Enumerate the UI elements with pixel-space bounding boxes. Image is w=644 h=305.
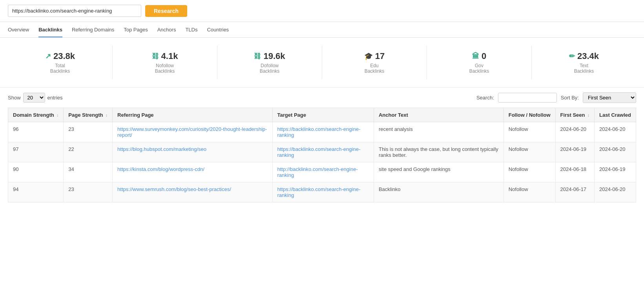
research-button[interactable]: Research xyxy=(145,5,187,17)
cell-anchor-text-3: Backlinko xyxy=(374,182,504,202)
cell-page-strength-2: 34 xyxy=(64,162,113,182)
table-wrapper: Domain Strength ↕Page Strength ↕Referrin… xyxy=(0,108,644,210)
tab-tlds[interactable]: TLDs xyxy=(185,22,197,37)
search-label: Search: xyxy=(476,95,494,101)
sort-arrow-page-strength: ↕ xyxy=(106,113,108,118)
referring-page-link-3[interactable]: https://www.semrush.com/blog/seo-best-pr… xyxy=(117,186,231,192)
target-page-link-0[interactable]: https://backlinko.com/search-engine-rank… xyxy=(277,126,361,138)
cell-last-crawled-0: 2024-06-20 xyxy=(595,122,636,142)
sort-select[interactable]: First SeenLast CrawledDomain StrengthPag… xyxy=(583,92,636,103)
th-target-page: Target Page xyxy=(272,108,374,122)
stat-number-dofollow-backlinks: 19.6k xyxy=(263,51,285,61)
cell-last-crawled-1: 2024-06-20 xyxy=(595,142,636,162)
entries-label: entries xyxy=(47,95,63,101)
header-row: Domain Strength ↕Page Strength ↕Referrin… xyxy=(8,108,636,122)
stat-card-edu-backlinks: 🎓 17 EduBacklinks xyxy=(322,46,427,79)
stat-label-text-backlinks: TextBacklinks xyxy=(574,63,594,74)
stat-number-gov-backlinks: 0 xyxy=(482,51,486,61)
cell-target-page-1[interactable]: https://backlinko.com/search-engine-rank… xyxy=(272,142,374,162)
table-row: 94 23 https://www.semrush.com/blog/seo-b… xyxy=(8,182,636,202)
stat-card-total-backlinks: ↗ 23.8k TotalBacklinks xyxy=(8,46,113,79)
table-row: 97 22 https://blog.hubspot.com/marketing… xyxy=(8,142,636,162)
cell-first-seen-1: 2024-06-19 xyxy=(555,142,594,162)
cell-target-page-2[interactable]: http://backlinko.com/search-engine-ranki… xyxy=(272,162,374,182)
table-row: 90 34 https://kinsta.com/blog/wordpress-… xyxy=(8,162,636,182)
table-body: 96 23 https://www.surveymonkey.com/curio… xyxy=(8,122,636,202)
cell-domain-strength-0: 96 xyxy=(8,122,64,142)
stat-icon-gov-backlinks: 🏛 xyxy=(472,52,479,61)
sort-arrow-first-seen: ↕ xyxy=(587,113,589,118)
target-page-link-1[interactable]: https://backlinko.com/search-engine-rank… xyxy=(277,146,361,158)
cell-anchor-text-1: This is not always the case, but long co… xyxy=(374,142,504,162)
th-anchor-text: Anchor Text xyxy=(374,108,504,122)
search-input[interactable] xyxy=(498,93,557,103)
cell-target-page-3[interactable]: https://backlinko.com/search-engine-rank… xyxy=(272,182,374,202)
stat-number-text-backlinks: 23.4k xyxy=(577,51,599,61)
stat-label-dofollow-backlinks: DofollowBacklinks xyxy=(260,63,280,74)
stat-card-dofollow-backlinks: ⛓ 19.6k DofollowBacklinks xyxy=(217,46,322,79)
tab-referring-domains[interactable]: Referring Domains xyxy=(72,22,114,37)
cell-follow-nofollow-2: Nofollow xyxy=(504,162,555,182)
stat-label-gov-backlinks: GovBacklinks xyxy=(469,63,489,74)
cell-referring-page-0[interactable]: https://www.surveymonkey.com/curiosity/2… xyxy=(113,122,272,142)
cell-target-page-0[interactable]: https://backlinko.com/search-engine-rank… xyxy=(272,122,374,142)
th-first-seen[interactable]: First Seen ↕ xyxy=(555,108,594,122)
sort-label: Sort By: xyxy=(561,95,579,101)
referring-page-link-0[interactable]: https://www.surveymonkey.com/curiosity/2… xyxy=(117,126,267,138)
stat-label-edu-backlinks: EduBacklinks xyxy=(365,63,385,74)
show-label: Show xyxy=(8,95,21,101)
stat-label-nofollow-backlinks: NofollowBacklinks xyxy=(155,63,175,74)
cell-page-strength-1: 22 xyxy=(64,142,113,162)
referring-page-link-2[interactable]: https://kinsta.com/blog/wordpress-cdn/ xyxy=(117,166,204,172)
th-page-strength[interactable]: Page Strength ↕ xyxy=(64,108,113,122)
stat-number-nofollow-backlinks: 4.1k xyxy=(161,51,178,61)
cell-first-seen-3: 2024-06-17 xyxy=(555,182,594,202)
cell-referring-page-2[interactable]: https://kinsta.com/blog/wordpress-cdn/ xyxy=(113,162,272,182)
th-domain-strength[interactable]: Domain Strength ↕ xyxy=(8,108,64,122)
entries-select[interactable]: 102050100 xyxy=(23,93,45,103)
cell-last-crawled-2: 2024-06-19 xyxy=(595,162,636,182)
cell-referring-page-1[interactable]: https://blog.hubspot.com/marketing/seo xyxy=(113,142,272,162)
cell-domain-strength-2: 90 xyxy=(8,162,64,182)
stat-icon-edu-backlinks: 🎓 xyxy=(364,52,373,61)
cell-follow-nofollow-0: Nofollow xyxy=(504,122,555,142)
tab-countries[interactable]: Countries xyxy=(207,22,229,37)
top-bar: Research xyxy=(0,0,644,22)
stat-card-gov-backlinks: 🏛 0 GovBacklinks xyxy=(427,46,532,79)
tab-overview[interactable]: Overview xyxy=(8,22,29,37)
stat-value-edu-backlinks: 🎓 17 xyxy=(364,51,385,61)
th-follow-nofollow: Follow / Nofollow xyxy=(504,108,555,122)
cell-referring-page-3[interactable]: https://www.semrush.com/blog/seo-best-pr… xyxy=(113,182,272,202)
table-row: 96 23 https://www.surveymonkey.com/curio… xyxy=(8,122,636,142)
stat-icon-dofollow-backlinks: ⛓ xyxy=(254,52,261,61)
stat-number-edu-backlinks: 17 xyxy=(375,51,385,61)
url-input[interactable] xyxy=(8,5,141,17)
cell-first-seen-0: 2024-06-20 xyxy=(555,122,594,142)
cell-domain-strength-3: 94 xyxy=(8,182,64,202)
stat-icon-nofollow-backlinks: ⛓ xyxy=(152,52,159,61)
tab-top-pages[interactable]: Top Pages xyxy=(124,22,148,37)
stat-card-nofollow-backlinks: ⛓ 4.1k NofollowBacklinks xyxy=(113,46,217,79)
th-last-crawled: Last Crawled xyxy=(595,108,636,122)
stat-value-nofollow-backlinks: ⛓ 4.1k xyxy=(152,51,178,61)
target-page-link-2[interactable]: http://backlinko.com/search-engine-ranki… xyxy=(277,166,358,178)
tab-backlinks[interactable]: Backlinks xyxy=(38,22,62,37)
tab-anchors[interactable]: Anchors xyxy=(157,22,176,37)
cell-follow-nofollow-3: Nofollow xyxy=(504,182,555,202)
stat-icon-total-backlinks: ↗ xyxy=(45,52,51,61)
stat-value-dofollow-backlinks: ⛓ 19.6k xyxy=(254,51,285,61)
cell-page-strength-0: 23 xyxy=(64,122,113,142)
cell-domain-strength-1: 97 xyxy=(8,142,64,162)
cell-follow-nofollow-1: Nofollow xyxy=(504,142,555,162)
sort-arrow-domain-strength: ↕ xyxy=(57,113,58,118)
stat-value-gov-backlinks: 🏛 0 xyxy=(472,51,486,61)
controls-left: Show 102050100 entries xyxy=(8,93,63,103)
cell-anchor-text-2: site speed and Google rankings xyxy=(374,162,504,182)
stat-card-text-backlinks: ✏ 23.4k TextBacklinks xyxy=(532,46,636,79)
target-page-link-3[interactable]: https://backlinko.com/search-engine-rank… xyxy=(277,186,361,198)
data-table: Domain Strength ↕Page Strength ↕Referrin… xyxy=(8,108,636,202)
cell-first-seen-2: 2024-06-18 xyxy=(555,162,594,182)
referring-page-link-1[interactable]: https://blog.hubspot.com/marketing/seo xyxy=(117,146,206,152)
stat-icon-text-backlinks: ✏ xyxy=(569,52,575,61)
stats-row: ↗ 23.8k TotalBacklinks ⛓ 4.1k NofollowBa… xyxy=(0,38,644,88)
